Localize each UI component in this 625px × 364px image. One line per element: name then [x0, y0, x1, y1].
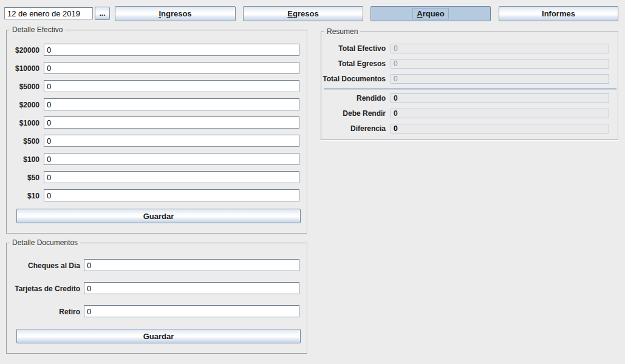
detalle-documentos-title: Detalle Documentos — [10, 238, 80, 247]
total-documentos-value: 0 — [391, 74, 609, 84]
rendido-label: Rendido — [322, 94, 386, 103]
rendido-value: 0 — [391, 93, 609, 103]
date-input[interactable] — [4, 7, 93, 19]
guardar-efectivo-label: Guardar — [143, 212, 174, 221]
total-egresos-value: 0 — [391, 59, 609, 69]
ingresos-label: Ingresos — [159, 9, 191, 18]
tab-arqueo-button[interactable]: Arqueo — [371, 6, 491, 21]
retiro-label: Retiro — [6, 308, 80, 316]
tarjetas-input[interactable] — [84, 282, 299, 294]
cheques-label: Cheques al Dia — [6, 261, 80, 270]
denom-label-10000: $10000 — [5, 64, 39, 73]
denom-input-10000[interactable] — [44, 62, 299, 74]
guardar-efectivo-button[interactable]: Guardar — [16, 209, 301, 223]
denom-input-20000[interactable] — [44, 44, 299, 56]
denom-label-10: $10 — [5, 192, 39, 200]
date-picker-button[interactable]: ... — [95, 7, 110, 20]
denom-input-500[interactable] — [44, 135, 299, 147]
total-efectivo-label: Total Efectivo — [322, 44, 386, 53]
cheques-input[interactable] — [84, 259, 299, 271]
denom-input-10[interactable] — [44, 189, 299, 201]
tab-egresos-button[interactable]: Egresos — [243, 6, 363, 21]
tab-informes-button[interactable]: Informes — [499, 6, 618, 21]
denom-label-5000: $5000 — [5, 83, 39, 91]
denom-input-2000[interactable] — [44, 98, 299, 110]
denom-label-50: $50 — [5, 174, 39, 182]
informes-label: Informes — [542, 9, 575, 18]
debe-rendir-label: Debe Rendir — [322, 109, 386, 118]
denom-input-5000[interactable] — [44, 80, 299, 92]
date-picker-label: ... — [99, 9, 105, 18]
tab-ingresos-button[interactable]: Ingresos — [115, 6, 236, 21]
guardar-documentos-label: Guardar — [143, 332, 174, 341]
diferencia-value: 0 — [391, 124, 609, 133]
denom-label-500: $500 — [5, 137, 39, 146]
denom-input-50[interactable] — [44, 171, 299, 183]
detalle-efectivo-panel — [6, 30, 307, 234]
total-efectivo-value: 0 — [391, 44, 609, 53]
resumen-title: Resumen — [324, 27, 360, 36]
total-egresos-label: Total Egresos — [322, 59, 386, 68]
denom-input-100[interactable] — [44, 153, 299, 165]
guardar-documentos-button[interactable]: Guardar — [16, 329, 301, 343]
retiro-input[interactable] — [84, 305, 299, 317]
denom-input-1000[interactable] — [44, 116, 299, 129]
diferencia-label: Diferencia — [322, 124, 386, 133]
total-documentos-label: Total Documentos — [322, 75, 386, 83]
resumen-separator — [324, 89, 616, 90]
denom-label-1000: $1000 — [5, 119, 39, 127]
denom-label-100: $100 — [5, 155, 39, 164]
egresos-label: Egresos — [287, 9, 318, 18]
debe-rendir-value: 0 — [391, 109, 609, 118]
tarjetas-label: Tarjetas de Credito — [6, 285, 80, 293]
arqueo-label: Arqueo — [412, 8, 449, 19]
arqueo-window: ... Ingresos Egresos Arqueo Informes Det… — [0, 0, 625, 364]
denom-label-2000: $2000 — [5, 101, 39, 109]
denom-label-20000: $20000 — [5, 46, 39, 55]
detalle-efectivo-title: Detalle Efectivo — [10, 25, 65, 34]
